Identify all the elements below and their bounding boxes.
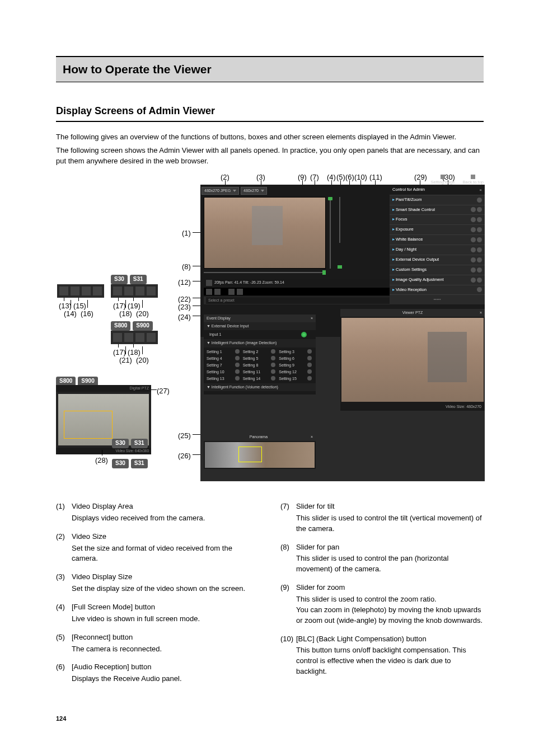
item-7-title: Slider for tilt <box>296 501 335 512</box>
callout-25: (25) <box>178 431 191 442</box>
input1-lamp-icon <box>301 332 307 337</box>
callout-12: (12) <box>178 278 191 288</box>
setting-14: Setting 14 <box>243 376 269 382</box>
video-display-area[interactable] <box>204 197 326 269</box>
admin-row-video[interactable]: ▸Video Reception <box>390 285 485 295</box>
blc-icon[interactable] <box>206 280 212 286</box>
video-size-dropdown[interactable]: 480x270 JPEG <box>202 187 239 195</box>
setting-4: Setting 4 <box>207 356 233 361</box>
icon-c2[interactable] <box>124 333 133 342</box>
setting-1: Setting 1 <box>207 349 233 355</box>
item-1-body: Displays video received from the camera. <box>56 513 259 524</box>
callout-24: (24) <box>178 312 191 323</box>
item-10-body: This button turns on/off backlight compe… <box>280 645 484 677</box>
zoom-slider[interactable] <box>337 197 343 269</box>
callout-27: (27) <box>157 386 170 397</box>
setting-9: Setting 9 <box>279 363 305 368</box>
tilt-slider[interactable] <box>327 197 334 269</box>
ctrl-icon-3[interactable] <box>228 289 235 295</box>
item-descriptions: (1)Video Display AreaDisplays video rece… <box>56 501 484 692</box>
viewer-ptz-image[interactable] <box>341 318 484 402</box>
callout-18a: (18) <box>119 309 132 320</box>
pan-slider[interactable] <box>204 270 326 275</box>
digital-ptz-videosize: Video Size: 640x360 <box>56 448 151 454</box>
item-10-title: [BLC] (Back Light Compensation) button <box>296 634 427 645</box>
control-for-admin-panel: Control for Admin× ▸Pan/Tilt/Zoom ▸Smart… <box>390 186 485 304</box>
callout-20b: (20) <box>136 355 149 366</box>
callout-16: (16) <box>81 309 93 320</box>
admin-row-daynight[interactable]: ▸Day / Night <box>390 245 485 255</box>
setting-10: Setting 10 <box>207 369 233 375</box>
viewer-ptz-panel: Viewer PTZ× Video Size: 480x270 <box>340 309 485 411</box>
admin-row-custom[interactable]: ▸Custom Settings <box>390 265 485 275</box>
icon-b2[interactable] <box>124 287 133 295</box>
close-icon[interactable]: × <box>480 310 482 316</box>
close-icon[interactable]: × <box>479 187 482 194</box>
callout-20a: (20) <box>136 309 149 320</box>
item-8-num: (8) <box>280 542 296 553</box>
event-sec-vol: ▼ Intelligent Function (Volume detection… <box>204 383 316 391</box>
item-3-body: Set the display size of the video shown … <box>56 584 259 594</box>
icon-b4[interactable] <box>147 287 156 295</box>
setting-2: Setting 2 <box>243 349 269 355</box>
item-7-num: (7) <box>280 501 296 512</box>
item-10-num: (10) <box>280 634 296 645</box>
admin-row-ext[interactable]: ▸External Device Output <box>390 255 485 265</box>
icon-c4[interactable] <box>147 333 156 342</box>
heading-sub: Display Screens of Admin Viewer <box>56 104 484 121</box>
item-4-title: [Full Screen Mode] button <box>72 602 155 613</box>
event-input1-label: Input 1 <box>209 332 221 337</box>
callout-29: (29) <box>414 172 427 183</box>
setting-page-link[interactable]: Setting Page <box>431 175 455 186</box>
close-icon[interactable]: × <box>311 434 313 440</box>
item-9-body: This slider is used to control the zoom … <box>280 594 484 626</box>
admin-row-ptz[interactable]: ▸Pan/Tilt/Zoom <box>390 195 485 205</box>
callout-8: (8) <box>182 262 191 273</box>
icon-b3[interactable] <box>135 287 144 295</box>
ctrl-icon-2[interactable] <box>214 289 221 295</box>
admin-row-wb[interactable]: ▸White Balance <box>390 234 485 245</box>
setting-8: Setting 8 <box>243 363 269 368</box>
event-sec-img: ▼ Intelligent Function (Image Detection) <box>204 339 316 347</box>
icon-a1[interactable] <box>59 287 68 295</box>
item-9-num: (9) <box>280 583 296 593</box>
admin-panel-title: Control for Admin <box>392 187 425 193</box>
setting-5: Setting 5 <box>243 356 269 361</box>
back-to-top-link[interactable]: Back to top <box>462 175 484 186</box>
icon-c3[interactable] <box>135 333 144 342</box>
item-3-num: (3) <box>56 572 72 583</box>
item-6-body: Displays the Receive Audio panel. <box>56 674 259 684</box>
heading-main: How to Operate the Viewer <box>56 56 484 82</box>
admin-row-iq[interactable]: ▸Image Quality Adjustment <box>390 275 485 285</box>
admin-row-dots: ••••• <box>390 294 485 304</box>
ctrl-icon-4[interactable] <box>237 289 243 295</box>
panorama-image[interactable] <box>205 442 315 468</box>
icon-a2[interactable] <box>71 287 79 295</box>
page-number: 124 <box>56 715 484 724</box>
admin-row-shade[interactable]: ▸Smart Shade Control <box>390 205 485 215</box>
item-2-title: Video Size <box>72 532 106 542</box>
event-sec-ext: ▼ External Device Input <box>204 322 316 330</box>
callout-11: (11) <box>369 172 382 183</box>
setting-15: Setting 15 <box>279 376 305 382</box>
item-7-body: This slider is used to control the tilt … <box>280 513 484 534</box>
icon-a3[interactable] <box>82 287 91 295</box>
diagram: (2) (3) (9) (7) (4) (5) (6) (10) (11) (2… <box>56 172 485 491</box>
display-size-dropdown[interactable]: 480x270 <box>241 187 267 195</box>
icon-c1[interactable] <box>113 333 122 342</box>
icon-a4[interactable] <box>93 287 102 295</box>
callout-26: (26) <box>178 451 191 462</box>
ctrl-icon-1[interactable] <box>206 289 212 295</box>
close-icon[interactable]: × <box>311 316 313 321</box>
admin-row-focus[interactable]: ▸Focus <box>390 214 485 224</box>
item-2-body: Set the size and format of video receive… <box>56 543 259 565</box>
panorama-panel: Panorama× <box>204 433 316 469</box>
viewer-ptz-videosize: Video Size: 480x270 <box>340 403 485 411</box>
icon-b1[interactable] <box>113 287 122 295</box>
panorama-title: Panorama <box>250 434 268 440</box>
admin-row-exposure[interactable]: ▸Exposure <box>390 224 485 234</box>
item-6-title: [Audio Reception] button <box>72 662 151 673</box>
item-5-body: The camera is reconnected. <box>56 644 259 655</box>
event-display-panel: Event Display× ▼ External Device Input I… <box>204 314 316 395</box>
badge-s800-s900-a: S800S900 <box>111 321 153 331</box>
